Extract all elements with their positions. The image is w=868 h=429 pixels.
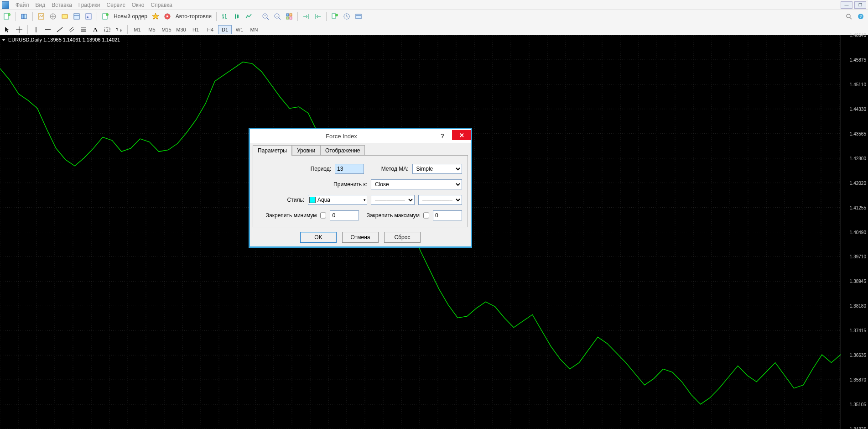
svg-rect-28 xyxy=(286,17,289,19)
autotrade-icon[interactable] xyxy=(162,11,173,22)
help-icon[interactable]: ? xyxy=(855,11,866,22)
svg-point-13 xyxy=(106,13,109,16)
menu-window[interactable]: Окно xyxy=(132,2,145,8)
svg-text:?: ? xyxy=(859,14,862,19)
style-label: Стиль: xyxy=(259,197,304,203)
price-tick: 1.41255 xyxy=(850,205,866,210)
ok-button[interactable]: OK xyxy=(300,232,337,243)
text-label-icon[interactable]: T xyxy=(102,24,113,35)
templates-icon[interactable] xyxy=(353,11,364,22)
menu-service[interactable]: Сервис xyxy=(107,2,125,8)
horizontal-line-icon[interactable] xyxy=(42,24,53,35)
fix-max-label: Закрепить максимум xyxy=(364,212,420,219)
market-watch-icon[interactable] xyxy=(36,11,47,22)
fix-min-checkbox[interactable] xyxy=(320,212,326,219)
style-color-select[interactable]: Aqua ▾ xyxy=(308,195,367,205)
minimize-button[interactable]: — xyxy=(841,1,852,9)
fix-max-input[interactable] xyxy=(433,210,462,220)
vertical-line-icon[interactable] xyxy=(31,24,42,35)
new-order-icon[interactable] xyxy=(100,11,111,22)
autotrade-button[interactable]: Авто-торговля xyxy=(174,11,213,22)
trendline-icon[interactable] xyxy=(54,24,65,35)
dialog-close-icon[interactable]: ✕ xyxy=(452,130,471,140)
text-icon[interactable]: A xyxy=(90,24,101,35)
indicators-list-icon[interactable] xyxy=(329,11,340,22)
candles-chart-icon[interactable] xyxy=(231,11,242,22)
zoom-out-icon[interactable]: – xyxy=(272,11,283,22)
timeframe-m5[interactable]: M5 xyxy=(145,25,159,34)
line-chart-icon[interactable] xyxy=(243,11,254,22)
menu-file[interactable]: Файл xyxy=(16,2,29,8)
profiles-icon[interactable] xyxy=(19,11,30,22)
timeframe-mn[interactable]: MN xyxy=(247,25,261,34)
timeframe-w1[interactable]: W1 xyxy=(233,25,246,34)
price-tick: 1.35105 xyxy=(850,402,866,407)
app-icon xyxy=(2,1,9,9)
auto-scroll-icon[interactable] xyxy=(301,11,312,22)
svg-text:+: + xyxy=(8,13,10,16)
tab-levels[interactable]: Уровни xyxy=(292,145,320,156)
data-window-icon[interactable] xyxy=(71,11,82,22)
chart-symbol-label: EURUSD,Daily 1.13965 1.14061 1.13906 1.1… xyxy=(8,37,120,42)
tab-parameters[interactable]: Параметры xyxy=(253,145,292,156)
reset-button[interactable]: Сброс xyxy=(384,232,421,243)
timeframe-h4[interactable]: H4 xyxy=(203,25,217,34)
new-order-button[interactable]: Новый ордер xyxy=(112,11,149,22)
fibonacci-icon[interactable] xyxy=(78,24,89,35)
zoom-in-icon[interactable]: + xyxy=(260,11,271,22)
price-tick: 1.39710 xyxy=(850,254,866,259)
svg-rect-4 xyxy=(24,14,26,19)
timeframe-m1[interactable]: M1 xyxy=(130,25,144,34)
method-select[interactable]: Simple xyxy=(412,164,462,174)
price-axis: 1.466401.458751.451101.443301.435651.428… xyxy=(841,35,868,429)
search-icon[interactable] xyxy=(843,11,854,22)
timeframe-m15[interactable]: M15 xyxy=(160,25,173,34)
cancel-button[interactable]: Отмена xyxy=(342,232,379,243)
cursor-icon[interactable] xyxy=(2,24,13,35)
apply-select[interactable]: Close xyxy=(371,179,462,189)
navigator-icon[interactable] xyxy=(47,11,58,22)
fix-max-checkbox[interactable] xyxy=(423,212,429,219)
svg-rect-26 xyxy=(286,14,289,16)
price-tick: 1.46640 xyxy=(850,33,866,38)
svg-line-24 xyxy=(279,18,281,20)
menu-charts[interactable]: Графики xyxy=(78,2,100,8)
dialog-titlebar[interactable]: Force Index ? ✕ xyxy=(250,129,471,143)
strategy-tester-icon[interactable] xyxy=(83,11,94,22)
fix-min-input[interactable] xyxy=(330,210,359,220)
timeframe-h1[interactable]: H1 xyxy=(189,25,203,34)
svg-rect-27 xyxy=(290,14,292,16)
timeframe-d1[interactable]: D1 xyxy=(218,25,232,34)
style-width-select[interactable]: ──────── xyxy=(418,195,462,205)
period-input[interactable] xyxy=(335,164,364,174)
price-tick: 1.44330 xyxy=(850,106,866,111)
svg-point-33 xyxy=(335,14,338,16)
menu-view[interactable]: Вид xyxy=(36,2,46,8)
dialog-title: Force Index xyxy=(250,133,433,140)
periodicity-icon[interactable] xyxy=(341,11,352,22)
chart-menu-icon[interactable] xyxy=(2,39,5,41)
menu-insert[interactable]: Вставка xyxy=(52,2,72,8)
timeframe-m30[interactable]: M30 xyxy=(174,25,188,34)
tile-windows-icon[interactable] xyxy=(284,11,295,22)
equidistant-channel-icon[interactable] xyxy=(66,24,77,35)
svg-rect-32 xyxy=(332,14,336,18)
restore-button[interactable]: ❐ xyxy=(854,1,866,9)
crosshair-icon[interactable] xyxy=(14,24,25,35)
dialog-body: Период: Метод MA: Simple Применить к: Cl… xyxy=(253,155,468,227)
svg-point-11 xyxy=(87,16,88,18)
metaeditor-icon[interactable] xyxy=(150,11,161,22)
arrows-icon[interactable] xyxy=(114,24,125,35)
style-linetype-select[interactable]: ──────── xyxy=(371,195,415,205)
bars-chart-icon[interactable] xyxy=(219,11,230,22)
chart-shift-icon[interactable] xyxy=(312,11,323,22)
new-chart-icon[interactable]: + xyxy=(2,11,13,22)
method-label: Метод MA: xyxy=(368,166,408,172)
price-tick: 1.35870 xyxy=(850,377,866,382)
svg-line-38 xyxy=(850,17,852,19)
svg-rect-8 xyxy=(74,14,79,19)
menu-help[interactable]: Справка xyxy=(151,2,172,8)
dialog-help-icon[interactable]: ? xyxy=(433,131,452,141)
terminal-icon[interactable] xyxy=(59,11,70,22)
tab-display[interactable]: Отображение xyxy=(320,145,365,156)
